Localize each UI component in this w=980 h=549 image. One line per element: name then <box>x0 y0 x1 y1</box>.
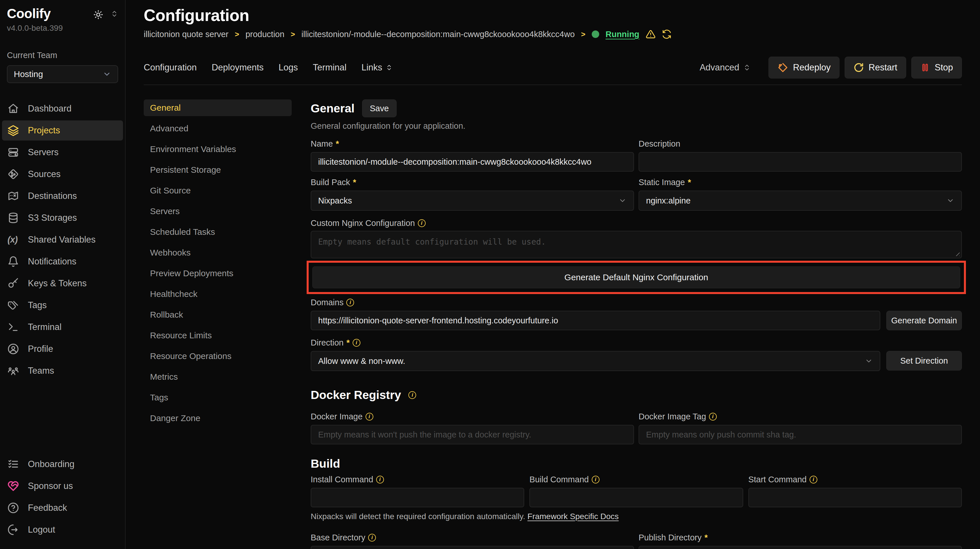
instance-switcher-icon[interactable] <box>111 10 118 19</box>
git-source-icon <box>8 169 19 180</box>
info-icon: i <box>376 476 384 484</box>
advanced-dropdown[interactable]: Advanced <box>700 62 751 73</box>
team-select-value: Hosting <box>14 69 43 79</box>
docker-image-input[interactable] <box>311 425 634 444</box>
restart-button[interactable]: Restart <box>845 57 906 78</box>
subnav-danger-zone[interactable]: Danger Zone <box>144 410 292 426</box>
subnav-scheduled-tasks[interactable]: Scheduled Tasks <box>144 224 292 240</box>
theme-sun-icon[interactable] <box>94 10 103 19</box>
sidebar: Coolify v4.0.0-beta.399 Current Team Hos… <box>0 0 126 549</box>
restart-icon <box>854 62 864 73</box>
chevron-right-icon: > <box>235 30 239 39</box>
refresh-icon[interactable] <box>662 29 671 39</box>
sidebar-item-feedback[interactable]: Feedback <box>2 498 124 518</box>
redeploy-icon <box>777 62 788 73</box>
status-badge[interactable]: Running <box>606 30 640 39</box>
nginx-config-label: Custom Nginx Configuration <box>311 218 415 228</box>
subnav-preview-deployments[interactable]: Preview Deployments <box>144 265 292 282</box>
generate-domain-button[interactable]: Generate Domain <box>886 311 962 330</box>
sidebar-item-logout[interactable]: Logout <box>2 520 124 540</box>
sidebar-item-profile[interactable]: Profile <box>2 339 123 359</box>
install-command-input[interactable] <box>311 488 524 507</box>
docker-image-tag-input[interactable] <box>639 425 962 444</box>
description-input[interactable] <box>639 152 962 172</box>
sidebar-item-servers[interactable]: Servers <box>2 142 123 162</box>
required-asterisk: * <box>336 139 339 149</box>
subnav-webhooks[interactable]: Webhooks <box>144 244 292 261</box>
subnav-general[interactable]: General <box>144 99 292 116</box>
set-direction-button[interactable]: Set Direction <box>886 351 962 371</box>
section-subtitle: General configuration for your applicati… <box>311 121 962 131</box>
breadcrumb-environment[interactable]: production <box>245 30 284 39</box>
sidebar-item-label: Destinations <box>28 191 77 201</box>
tab-terminal[interactable]: Terminal <box>313 62 347 73</box>
home-icon <box>8 103 19 115</box>
info-icon: i <box>810 476 817 484</box>
subnav-persistent-storage[interactable]: Persistent Storage <box>144 162 292 178</box>
subnav-servers[interactable]: Servers <box>144 203 292 220</box>
heart-handshake-icon <box>8 480 19 492</box>
sidebar-item-s3-storages[interactable]: S3 Storages <box>2 208 123 228</box>
subnav-tags[interactable]: Tags <box>144 389 292 406</box>
subnav-git-source[interactable]: Git Source <box>144 182 292 199</box>
name-input[interactable] <box>311 152 634 172</box>
redeploy-button[interactable]: Redeploy <box>768 57 840 78</box>
sidebar-item-projects[interactable]: Projects <box>2 121 123 140</box>
subnav-resource-limits[interactable]: Resource Limits <box>144 327 292 344</box>
sidebar-item-keys-tokens[interactable]: Keys & Tokens <box>2 273 123 293</box>
current-team-label: Current Team <box>0 33 125 60</box>
layers-icon <box>8 125 19 136</box>
start-command-input[interactable] <box>748 488 962 507</box>
domains-input[interactable] <box>311 311 880 330</box>
sidebar-item-sponsor[interactable]: Sponsor us <box>2 476 124 496</box>
sidebar-item-label: S3 Storages <box>28 213 77 223</box>
build-command-input[interactable] <box>529 488 743 507</box>
sidebar-item-notifications[interactable]: Notifications <box>2 251 123 272</box>
sidebar-item-tags[interactable]: Tags <box>2 295 123 315</box>
sidebar-item-label: Tags <box>28 300 46 310</box>
stop-button[interactable]: Stop <box>911 57 962 78</box>
sidebar-item-sources[interactable]: Sources <box>2 164 123 184</box>
config-subnav: General Advanced Environment Variables P… <box>144 99 292 549</box>
chevron-down-icon <box>103 70 111 78</box>
breadcrumb-project[interactable]: illicitonion quote server <box>144 30 229 39</box>
subnav-environment-variables[interactable]: Environment Variables <box>144 141 292 158</box>
sidebar-item-onboarding[interactable]: Onboarding <box>2 454 124 474</box>
main-panel: Configuration illicitonion quote server … <box>126 0 980 549</box>
base-directory-input[interactable] <box>311 546 634 549</box>
subnav-healthcheck[interactable]: Healthcheck <box>144 286 292 302</box>
warning-triangle-icon[interactable] <box>646 29 655 39</box>
sidebar-item-destinations[interactable]: Destinations <box>2 186 123 206</box>
generate-nginx-config-button[interactable]: Generate Default Nginx Configuration <box>312 266 960 288</box>
users-icon <box>8 365 19 377</box>
sidebar-item-dashboard[interactable]: Dashboard <box>2 99 123 119</box>
install-command-label: Install Command <box>311 475 373 484</box>
subnav-metrics[interactable]: Metrics <box>144 369 292 385</box>
bell-icon <box>8 256 19 267</box>
status-dot <box>592 30 599 38</box>
tab-deployments[interactable]: Deployments <box>212 62 264 73</box>
save-button[interactable]: Save <box>362 99 396 117</box>
sidebar-footer-nav: Onboarding Sponsor us Feedback Logout <box>0 454 126 541</box>
nginx-config-textarea[interactable] <box>311 231 962 258</box>
subnav-resource-operations[interactable]: Resource Operations <box>144 348 292 364</box>
sidebar-item-shared-variables[interactable]: (x) Shared Variables <box>2 230 123 250</box>
annotation-highlight-box: Generate Default Nginx Configuration <box>307 261 966 294</box>
breadcrumb-resource[interactable]: illicitestonion/-module--decomposition:m… <box>301 30 575 39</box>
terminal-icon <box>8 321 19 333</box>
redeploy-label: Redeploy <box>793 62 830 73</box>
chevron-down-icon <box>947 197 955 205</box>
build-pack-select[interactable]: Nixpacks <box>311 191 634 211</box>
sidebar-item-teams[interactable]: Teams <box>2 361 123 381</box>
direction-select[interactable]: Allow www & non-www. <box>311 351 880 371</box>
static-image-select[interactable]: nginx:alpine <box>639 191 962 211</box>
subnav-advanced[interactable]: Advanced <box>144 120 292 137</box>
framework-docs-link[interactable]: Framework Specific Docs <box>527 512 619 521</box>
sidebar-item-terminal[interactable]: Terminal <box>2 317 123 337</box>
tab-links[interactable]: Links <box>361 62 393 73</box>
subnav-rollback[interactable]: Rollback <box>144 306 292 323</box>
tab-configuration[interactable]: Configuration <box>144 62 197 73</box>
publish-directory-input[interactable] <box>639 546 962 549</box>
team-select[interactable]: Hosting <box>7 65 118 83</box>
tab-logs[interactable]: Logs <box>278 62 298 73</box>
